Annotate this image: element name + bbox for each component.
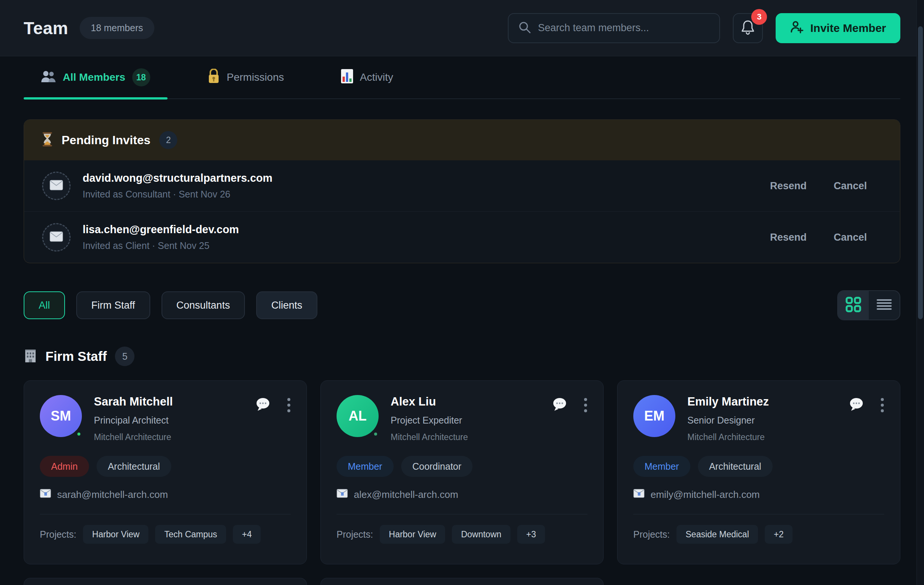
role-badge: Admin: [40, 456, 89, 477]
project-chip: Downtown: [452, 525, 510, 544]
tab-label: Permissions: [227, 71, 284, 83]
list-icon: [877, 298, 892, 312]
member-card-partial[interactable]: [320, 578, 604, 585]
kebab-menu-icon[interactable]: [880, 397, 884, 414]
message-button[interactable]: [849, 397, 864, 413]
avatar-initials: AL: [348, 408, 366, 424]
status-dot: [371, 430, 380, 438]
invite-email: lisa.chen@greenfield-dev.com: [82, 223, 239, 236]
divider: [40, 514, 291, 514]
member-email: sarah@mitchell-arch.com: [57, 489, 168, 501]
member-title: Senior Designer: [687, 415, 769, 426]
member-card[interactable]: EM Emily Martinez Senior Designer Mitche…: [617, 381, 900, 564]
members-count-pill: 18 members: [80, 17, 154, 39]
project-chip: Harbor View: [380, 525, 445, 544]
envelope-avatar: [42, 223, 71, 252]
member-title: Principal Architect: [94, 415, 173, 426]
member-name: Alex Liu: [391, 395, 468, 409]
section-count-badge: 5: [115, 346, 134, 366]
pending-invites-header: Pending Invites 2: [24, 120, 900, 160]
email-icon: [633, 489, 645, 501]
tab-permissions[interactable]: Permissions: [190, 56, 301, 98]
invite-email: david.wong@structuralpartners.com: [82, 172, 272, 185]
resend-button[interactable]: Resend: [770, 232, 807, 243]
invite-member-label: Invite Member: [810, 22, 886, 35]
avatar-initials: EM: [644, 408, 665, 424]
filter-bar: All Firm Staff Consultants Clients: [24, 290, 900, 320]
list-view-button[interactable]: [869, 291, 899, 320]
department-badge: Architectural: [97, 456, 171, 477]
cancel-button[interactable]: Cancel: [833, 232, 867, 243]
chat-bubble-icon: [256, 407, 271, 413]
avatar: SM: [40, 395, 82, 437]
filter-all[interactable]: All: [24, 292, 65, 319]
envelope-avatar: [42, 171, 71, 200]
member-card-partial[interactable]: [24, 578, 307, 585]
kebab-menu-icon[interactable]: [287, 397, 291, 414]
pending-invites-panel: Pending Invites 2 david.wong@structuralp…: [24, 119, 900, 263]
avatar: EM: [633, 395, 675, 437]
person-plus-icon: [790, 20, 804, 36]
project-more-chip: +4: [233, 525, 261, 544]
notifications-button[interactable]: 3: [733, 13, 763, 43]
message-button[interactable]: [552, 397, 567, 413]
member-company: Mitchell Architecture: [94, 432, 173, 442]
pending-count-badge: 2: [159, 131, 177, 149]
chat-bubble-icon: [552, 407, 567, 413]
search-box[interactable]: [508, 13, 720, 43]
grid-view-button[interactable]: [838, 291, 869, 320]
member-name: Sarah Mitchell: [94, 395, 173, 409]
department-badge: Architectural: [698, 456, 773, 477]
firm-staff-section-header: Firm Staff 5: [24, 346, 900, 366]
avatar-initials: SM: [51, 408, 71, 424]
email-icon: [337, 489, 348, 501]
invite-row: david.wong@structuralpartners.com Invite…: [24, 160, 900, 211]
kebab-menu-icon[interactable]: [584, 397, 587, 414]
tab-count-badge: 18: [132, 68, 150, 86]
member-company: Mitchell Architecture: [687, 432, 769, 442]
divider: [337, 514, 587, 514]
project-more-chip: +2: [765, 525, 792, 544]
project-chip: Seaside Medical: [676, 525, 758, 544]
scrollbar-thumb[interactable]: [918, 26, 923, 319]
search-input[interactable]: [538, 22, 710, 34]
chart-icon: [341, 69, 353, 86]
member-card-grid: SM Sarah Mitchell Principal Architect Mi…: [24, 381, 900, 564]
member-card[interactable]: AL Alex Liu Project Expediter Mitchell A…: [320, 381, 604, 564]
projects-label: Projects:: [633, 529, 670, 540]
filter-consultants[interactable]: Consultants: [162, 292, 245, 319]
member-email: emily@mitchell-arch.com: [650, 489, 760, 501]
grid-icon: [845, 296, 862, 314]
message-button[interactable]: [256, 397, 271, 413]
section-title: Firm Staff: [45, 349, 107, 364]
member-name: Emily Martinez: [687, 395, 769, 409]
tab-activity[interactable]: Activity: [324, 56, 411, 98]
divider: [633, 514, 884, 514]
cancel-button[interactable]: Cancel: [833, 180, 867, 192]
next-card-row: [24, 578, 900, 585]
filter-clients[interactable]: Clients: [256, 292, 317, 319]
member-card[interactable]: SM Sarah Mitchell Principal Architect Mi…: [24, 381, 307, 564]
projects-label: Projects:: [337, 529, 373, 540]
tab-bar: All Members 18 Permissions Activity: [24, 56, 900, 99]
envelope-icon: [50, 180, 63, 192]
role-badge: Member: [633, 456, 690, 477]
building-icon: [24, 349, 37, 364]
search-icon: [518, 21, 531, 35]
scrollbar: [916, 0, 924, 585]
lock-icon: [207, 69, 220, 86]
view-toggle: [837, 290, 900, 320]
avatar: AL: [337, 395, 379, 437]
invite-member-button[interactable]: Invite Member: [776, 13, 900, 43]
department-badge: Coordinator: [401, 456, 473, 477]
email-icon: [40, 489, 51, 501]
tab-all-members[interactable]: All Members 18: [24, 56, 168, 98]
projects-label: Projects:: [40, 529, 76, 540]
tab-label: Activity: [360, 71, 393, 83]
member-email: alex@mitchell-arch.com: [354, 489, 458, 501]
invite-row: lisa.chen@greenfield-dev.com Invited as …: [24, 211, 900, 263]
filter-firm-staff[interactable]: Firm Staff: [76, 292, 150, 319]
invite-detail: Invited as Client · Sent Nov 25: [82, 240, 239, 251]
resend-button[interactable]: Resend: [770, 180, 807, 192]
envelope-icon: [50, 231, 63, 243]
